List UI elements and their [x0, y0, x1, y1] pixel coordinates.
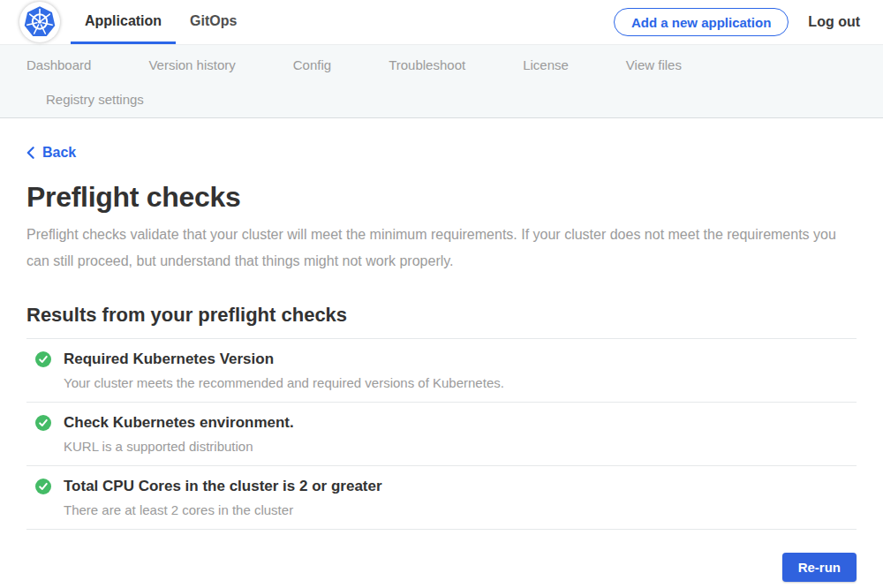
subnav-row-2: Registry settings: [0, 81, 883, 117]
preflight-result-text: Check Kubernetes environment. KURL is a …: [64, 414, 294, 454]
app-subnav: Dashboard Version history Config Trouble…: [0, 44, 883, 118]
header-tabs: Application GitOps: [71, 0, 251, 44]
preflight-result-text: Total CPU Cores in the cluster is 2 or g…: [64, 478, 382, 517]
rerun-button[interactable]: Re-run: [782, 553, 857, 582]
footer-actions: Re-run: [26, 553, 857, 582]
preflight-check-title: Required Kubernetes Version: [64, 351, 504, 368]
results-heading: Results from your preflight checks: [26, 304, 857, 327]
tab-gitops[interactable]: GitOps: [176, 0, 251, 44]
preflight-results-list: Required Kubernetes Version Your cluster…: [26, 338, 857, 530]
header-actions: Add a new application Log out: [614, 0, 883, 44]
main-content: Back Preflight checks Preflight checks v…: [0, 118, 883, 582]
check-circle-icon: [35, 415, 51, 431]
preflight-result-row: Check Kubernetes environment. KURL is a …: [26, 403, 857, 466]
subnav-item-troubleshoot[interactable]: Troubleshoot: [389, 57, 465, 72]
preflight-result-row: Required Kubernetes Version Your cluster…: [26, 338, 857, 403]
subnav-item-version-history[interactable]: Version history: [148, 57, 235, 72]
subnav-item-view-files[interactable]: View files: [626, 57, 682, 72]
preflight-check-message: There are at least 2 cores in the cluste…: [64, 502, 382, 517]
add-new-application-button[interactable]: Add a new application: [614, 8, 789, 36]
check-circle-icon: [35, 351, 51, 367]
kubernetes-logo-icon: [22, 4, 57, 40]
preflight-check-title: Total CPU Cores in the cluster is 2 or g…: [64, 478, 382, 495]
page-title: Preflight checks: [26, 181, 857, 214]
tab-application[interactable]: Application: [71, 0, 176, 44]
preflight-check-title: Check Kubernetes environment.: [64, 414, 294, 432]
page-description: Preflight checks validate that your clus…: [26, 222, 857, 275]
subnav-item-registry-settings[interactable]: Registry settings: [46, 92, 144, 107]
back-link[interactable]: Back: [26, 145, 76, 161]
subnav-item-license[interactable]: License: [523, 57, 569, 72]
chevron-left-icon: [26, 147, 34, 159]
preflight-result-text: Required Kubernetes Version Your cluster…: [64, 351, 504, 390]
subnav-item-dashboard[interactable]: Dashboard: [26, 57, 91, 72]
kubernetes-logo[interactable]: [19, 2, 60, 42]
check-circle-icon: [35, 479, 51, 494]
logout-link[interactable]: Log out: [808, 14, 860, 30]
subnav-item-config[interactable]: Config: [293, 57, 331, 72]
back-link-label: Back: [42, 145, 76, 161]
preflight-result-row: Total CPU Cores in the cluster is 2 or g…: [26, 466, 857, 530]
top-header: Application GitOps Add a new application…: [0, 0, 883, 44]
preflight-check-message: KURL is a supported distribution: [64, 439, 294, 454]
subnav-row-1: Dashboard Version history Config Trouble…: [0, 45, 883, 81]
preflight-check-message: Your cluster meets the recommended and r…: [64, 375, 504, 390]
